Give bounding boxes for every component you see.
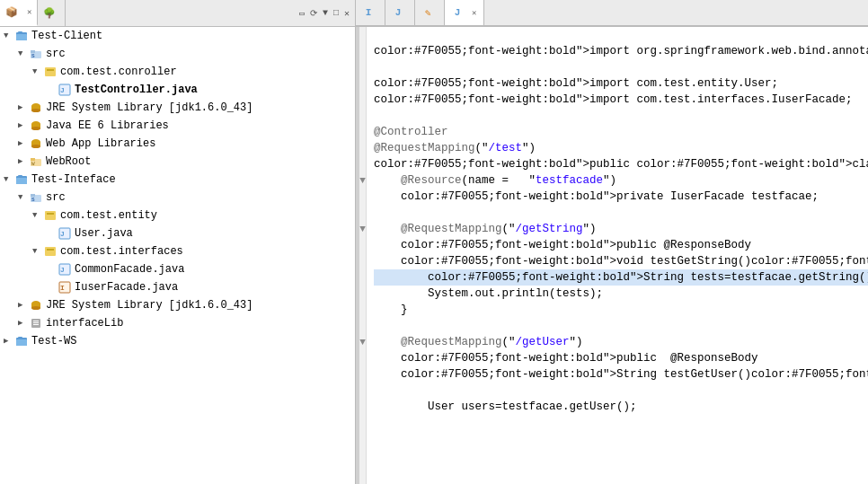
tree-arrow-src1[interactable]: ▼ xyxy=(18,46,29,62)
test-controller-icon: J xyxy=(452,7,463,18)
code-line-7[interactable]: @RequestMapping("/test") xyxy=(374,140,868,156)
close-panel-button[interactable]: ✕ xyxy=(342,7,351,20)
tree-arrow-jre-lib2[interactable]: ▶ xyxy=(18,297,29,313)
panel-tabs: 📦 ✕ 🌳 ▭ ⟳ ▼ □ ✕ xyxy=(0,0,356,26)
tree-label-commonfacade-java: CommonFacade.java xyxy=(75,261,184,277)
tab-iuser-facade[interactable]: I xyxy=(356,0,385,25)
tree-item-jre-lib2[interactable]: ▶JRE System Library [jdk1.6.0_43] xyxy=(0,296,355,314)
iuser-facade-icon: I xyxy=(363,7,374,18)
gutter-marker-19[interactable]: ▼ xyxy=(359,334,366,350)
tab-user-java[interactable]: J xyxy=(385,0,415,25)
gutter-marker-13 xyxy=(359,237,366,253)
gutter-marker-1 xyxy=(359,43,366,59)
tree-arrow-com-test-controller[interactable]: ▼ xyxy=(32,64,43,80)
tree-item-webapp-lib[interactable]: ▶Web App Libraries xyxy=(0,135,355,153)
tab-package-explorer-close[interactable]: ✕ xyxy=(27,7,31,17)
code-line-14[interactable]: color:#7F0055;font-weight:bold">void tes… xyxy=(374,253,868,269)
tree-item-testcontroller-java[interactable]: JTestController.java xyxy=(0,81,355,99)
maximize-button[interactable]: □ xyxy=(332,7,341,19)
gutter-marker-9[interactable]: ▼ xyxy=(359,172,366,189)
code-line-13[interactable]: color:#7F0055;font-weight:bold">public @… xyxy=(374,237,868,253)
tree-arrow-webapp-lib[interactable]: ▶ xyxy=(18,136,29,152)
tree-item-jre-lib1[interactable]: ▶JRE System Library [jdk1.6.0_43] xyxy=(0,99,355,117)
tree-item-interface-lib[interactable]: ▶interfaceLib xyxy=(0,314,355,332)
code-line-11[interactable] xyxy=(374,205,868,221)
tree-item-src2[interactable]: ▼Ssrc xyxy=(0,189,355,207)
code-line-8[interactable]: color:#7F0055;font-weight:bold">public c… xyxy=(374,156,868,172)
svg-rect-32 xyxy=(45,247,56,256)
code-line-9[interactable]: @Resource(name = "testfacade") xyxy=(374,172,868,189)
tree-label-src1: src xyxy=(46,46,66,62)
tree-arrow-test-inteface[interactable]: ▼ xyxy=(4,172,14,188)
code-line-19[interactable]: @RequestMapping("/getUser") xyxy=(374,334,868,350)
gutter-marker-0 xyxy=(359,27,366,43)
tree-container: ▼Test-Client▼Ssrc▼com.test.conrollerJTes… xyxy=(0,27,355,350)
app-context-icon: ✎ xyxy=(422,7,433,18)
code-line-0[interactable] xyxy=(374,27,868,43)
tree-item-com-test-entity[interactable]: ▼com.test.entity xyxy=(0,207,355,224)
code-line-10[interactable]: color:#7F0055;font-weight:bold">private … xyxy=(374,189,868,205)
minimize-panel-button[interactable]: ▭ xyxy=(297,7,306,20)
tab-type-hierarchy[interactable]: 🌳 xyxy=(38,0,66,26)
tree-arrow-com-test-interfaces[interactable]: ▼ xyxy=(32,243,43,260)
tree-icon-lib xyxy=(29,316,43,330)
code-line-1[interactable]: color:#7F0055;font-weight:bold">import o… xyxy=(374,43,868,59)
editor-tabs: I J ✎ J ✕ xyxy=(356,0,868,26)
tree-icon-java: J xyxy=(58,83,72,97)
gutter-marker-12[interactable]: ▼ xyxy=(359,221,366,237)
tree-arrow-jre-lib1[interactable]: ▶ xyxy=(18,100,29,116)
tree-item-test-client[interactable]: ▼Test-Client xyxy=(0,27,355,45)
tree-item-test-ws[interactable]: ▶Test-WS xyxy=(0,332,355,350)
tree-item-src1[interactable]: ▼Ssrc xyxy=(0,45,355,63)
tree-item-iuserfacade-java[interactable]: IIuserFacade.java xyxy=(0,278,355,296)
panel-menu-button[interactable]: ▼ xyxy=(321,7,330,19)
tab-test-controller[interactable]: J ✕ xyxy=(445,0,484,25)
code-line-20[interactable]: color:#7F0055;font-weight:bold">public @… xyxy=(374,350,868,366)
code-line-22[interactable] xyxy=(374,383,868,399)
code-line-3[interactable]: color:#7F0055;font-weight:bold">import c… xyxy=(374,75,868,92)
svg-rect-23 xyxy=(16,178,27,184)
editor-panel[interactable]: ▼▼▼ color:#7F0055;font-weight:bold">impo… xyxy=(359,27,868,484)
code-line-21[interactable]: color:#7F0055;font-weight:bold">String t… xyxy=(374,366,868,383)
code-line-12[interactable]: @RequestMapping("/getString") xyxy=(374,221,868,237)
tree-arrow-test-client[interactable]: ▼ xyxy=(4,28,14,44)
tree-arrow-test-ws[interactable]: ▶ xyxy=(4,333,14,349)
code-line-18[interactable] xyxy=(374,318,868,334)
svg-rect-29 xyxy=(47,213,54,215)
code-line-5[interactable] xyxy=(374,108,868,124)
tree-item-test-inteface[interactable]: ▼Test-Inteface xyxy=(0,171,355,189)
tree-icon-jar xyxy=(29,136,43,151)
code-area[interactable]: color:#7F0055;font-weight:bold">import o… xyxy=(367,27,868,484)
code-line-4[interactable]: color:#7F0055;font-weight:bold">import c… xyxy=(374,92,868,108)
tree-arrow-javaee-lib[interactable]: ▶ xyxy=(18,118,29,134)
tab-test-controller-close[interactable]: ✕ xyxy=(472,8,476,18)
user-java-icon: J xyxy=(393,7,403,18)
tree-arrow-interface-lib[interactable]: ▶ xyxy=(18,315,29,331)
tree-item-com-test-controller[interactable]: ▼com.test.conroller xyxy=(0,63,355,81)
tab-app-context[interactable]: ✎ xyxy=(415,0,445,25)
code-line-15[interactable]: color:#7F0055;font-weight:bold">String t… xyxy=(374,269,868,286)
tree-item-commonfacade-java[interactable]: JCommonFacade.java xyxy=(0,260,355,278)
tree-item-user-java[interactable]: JUser.java xyxy=(0,224,355,242)
tree-item-com-test-interfaces[interactable]: ▼com.test.interfaces xyxy=(0,242,355,260)
tab-package-explorer[interactable]: 📦 ✕ xyxy=(0,0,38,26)
code-line-16[interactable]: System.out.println(tests); xyxy=(374,286,868,302)
sync-button[interactable]: ⟳ xyxy=(308,7,319,20)
tree-label-test-inteface: Test-Inteface xyxy=(31,172,116,188)
tree-icon-package xyxy=(43,208,58,223)
tree-item-javaee-lib[interactable]: ▶Java EE 6 Libraries xyxy=(0,117,355,135)
code-line-23[interactable]: User users=testfacae.getUser(); xyxy=(374,399,868,415)
svg-rect-42 xyxy=(33,321,39,321)
tree-arrow-src2[interactable]: ▼ xyxy=(18,189,29,206)
svg-point-40 xyxy=(31,306,40,310)
tree-arrow-webroot[interactable]: ▶ xyxy=(18,154,29,170)
svg-rect-2 xyxy=(18,31,22,34)
tree-icon-jar xyxy=(29,298,43,312)
svg-rect-47 xyxy=(18,337,22,339)
code-line-2[interactable] xyxy=(374,59,868,75)
tree-item-webroot[interactable]: ▶WWebRoot xyxy=(0,153,355,171)
tree-arrow-com-test-entity[interactable]: ▼ xyxy=(32,207,43,224)
code-line-6[interactable]: @Controller xyxy=(374,124,868,140)
code-line-17[interactable]: } xyxy=(374,302,868,318)
gutter-marker-10 xyxy=(359,189,366,205)
